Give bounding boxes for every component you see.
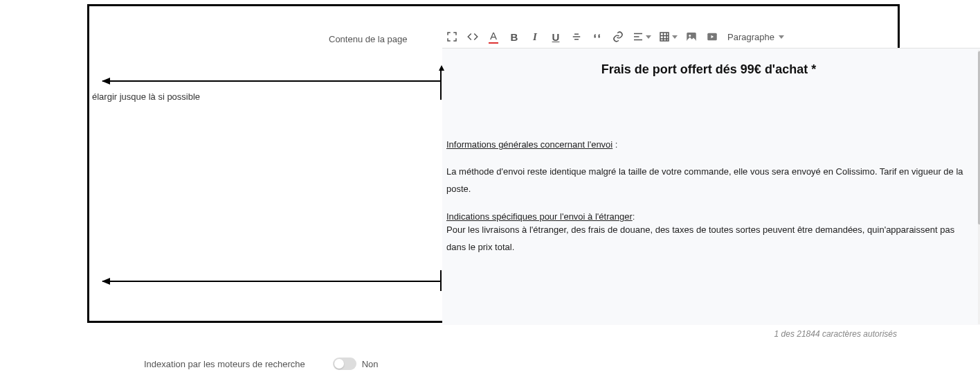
text-color-icon[interactable]: A — [484, 27, 503, 46]
section1-heading: Informations générales concernant l'envo… — [446, 139, 612, 150]
indexation-toggle[interactable] — [333, 358, 356, 370]
section2-heading: Indications spécifiques pour l'envoi à l… — [446, 211, 633, 222]
editor-area[interactable]: Frais de port offert dés 99€ d'achat * I… — [442, 48, 980, 325]
fullscreen-icon[interactable] — [442, 27, 462, 46]
char-counter: 1 des 21844 caractères autorisés — [774, 329, 897, 339]
annotation-text: élargir jusque là si possible — [92, 91, 200, 102]
strikethrough-icon[interactable] — [567, 27, 586, 46]
annotation-arrow-top-cap — [437, 64, 446, 72]
table-icon[interactable] — [655, 27, 680, 46]
bold-icon[interactable]: B — [505, 27, 524, 46]
paragraph-dropdown[interactable]: Paragraphe — [723, 27, 788, 46]
link-icon[interactable] — [608, 27, 628, 46]
italic-icon[interactable]: I — [525, 27, 545, 46]
paragraph-label: Paragraphe — [727, 32, 774, 42]
quote-icon[interactable] — [588, 27, 607, 46]
svg-point-2 — [689, 35, 691, 37]
underline-icon[interactable]: U — [546, 27, 565, 46]
annotation-arrow-top-bar — [440, 68, 442, 100]
image-icon[interactable] — [682, 27, 701, 46]
indexation-row: Indexation par les moteurs de recherche … — [144, 358, 379, 370]
editor-frame: Contenu de la page A B I U — [87, 4, 900, 323]
editor-toolbar: A B I U Paragraphe — [442, 27, 788, 46]
field-label: Contenu de la page — [329, 34, 407, 44]
toggle-knob — [334, 359, 344, 369]
annotation-arrow-bottom-bar — [440, 270, 442, 291]
paragraph1: La méthode d'envoi reste identique malgr… — [446, 164, 971, 197]
svg-rect-0 — [660, 33, 669, 41]
indexation-value: Non — [362, 359, 379, 369]
indexation-label: Indexation par les moteurs de recherche — [144, 359, 305, 369]
annotation-arrow-bottom — [102, 281, 440, 282]
align-icon[interactable] — [629, 27, 654, 46]
code-icon[interactable] — [463, 27, 482, 46]
annotation-arrow-top — [102, 80, 440, 82]
content-title: Frais de port offert dés 99€ d'achat * — [446, 62, 971, 77]
video-icon[interactable] — [702, 27, 722, 46]
paragraph2: Pour les livraisons à l'étranger, des fr… — [446, 222, 971, 256]
